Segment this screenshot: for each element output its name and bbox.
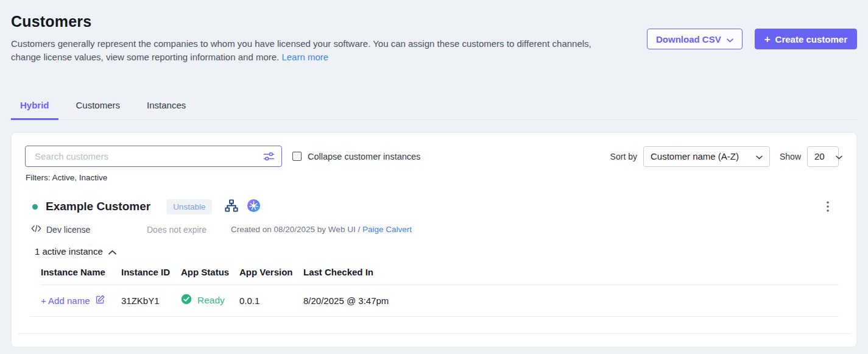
created-text: Created on 08/20/2025 by Web UI / [231, 225, 360, 234]
table-row: + Add name 31ZKbY1 [41, 285, 839, 316]
collapse-instances-toggle[interactable]: Collapse customer instances [292, 152, 420, 161]
active-filters-text: Filters: Active, Inactive [26, 173, 839, 182]
customer-header: Example Customer Unstable [32, 198, 839, 215]
license-row: Dev license Does not expire Created on 0… [31, 224, 839, 235]
tab-instances[interactable]: Instances [138, 92, 195, 120]
search-box [25, 146, 282, 167]
helm-sitemap-icon [224, 199, 239, 215]
table-row-wrap: + Add name 31ZKbY1 [30, 285, 839, 317]
instances-table-header: Instance Name Instance ID App Status App… [41, 267, 839, 285]
license-type-label: Dev license [46, 225, 90, 235]
page-title: Customers [11, 0, 857, 30]
create-customer-button[interactable]: + Create customer [755, 29, 857, 49]
tab-hybrid[interactable]: Hybrid [11, 92, 58, 120]
toolbar: Collapse customer instances Sort by Cust… [25, 146, 839, 167]
instances-summary-toggle[interactable]: 1 active instance [35, 246, 839, 257]
customer-menu-kebab-icon[interactable] [824, 200, 831, 213]
chevron-up-icon [108, 246, 116, 257]
collapse-instances-label: Collapse customer instances [308, 152, 420, 161]
tab-customers[interactable]: Customers [67, 92, 130, 120]
download-csv-label: Download CSV [656, 34, 721, 44]
create-customer-label: Create customer [775, 34, 847, 44]
code-icon [31, 224, 41, 235]
customers-page: Customers Customers generally represent … [0, 0, 868, 354]
col-last-checked-in: Last Checked In [303, 267, 839, 277]
header-actions: Download CSV + Create customer [647, 29, 857, 49]
page-description: Customers generally represent the compan… [11, 37, 595, 64]
app-status-cell: Ready [181, 294, 239, 307]
instances-summary-label: 1 active instance [35, 246, 103, 257]
edit-icon[interactable] [95, 294, 105, 306]
show-label: Show [780, 152, 801, 161]
chevron-down-icon [727, 34, 733, 44]
plus-icon: + [764, 34, 771, 44]
app-status-value: Ready [197, 295, 225, 306]
search-input[interactable] [34, 150, 263, 162]
col-app-status: App Status [181, 267, 239, 277]
col-instance-id: Instance ID [121, 267, 181, 277]
customers-card: Collapse customer instances Sort by Cust… [11, 132, 857, 347]
collapse-instances-checkbox[interactable] [292, 152, 302, 161]
license-type: Dev license [31, 224, 147, 235]
col-app-version: App Version [239, 267, 303, 277]
install-type-icons [224, 199, 261, 215]
sort-by-label: Sort by [610, 152, 637, 161]
customer-name[interactable]: Example Customer [46, 200, 150, 213]
instance-id-value: 31ZKbY1 [121, 296, 181, 306]
check-circle-icon [181, 294, 192, 307]
tab-bar: Hybrid Customers Instances [11, 92, 857, 120]
filter-sliders-icon[interactable] [263, 151, 275, 162]
show-select[interactable]: 20 [807, 146, 839, 167]
learn-more-link[interactable]: Learn more [281, 52, 328, 62]
show-value: 20 [814, 151, 825, 161]
last-checked-in-value: 8/20/2025 @ 3:47pm [303, 296, 839, 306]
download-csv-button[interactable]: Download CSV [647, 29, 743, 49]
active-status-dot-icon [32, 204, 38, 210]
created-by-link[interactable]: Paige Calvert [362, 225, 412, 234]
customer-item-divider [18, 333, 850, 334]
chevron-down-icon [756, 151, 763, 161]
kubernetes-icon [247, 199, 261, 215]
sort-by-select[interactable]: Customer name (A-Z) [643, 146, 770, 167]
created-info: Created on 08/20/2025 by Web UI / Paige … [231, 225, 412, 234]
chevron-down-icon [836, 151, 842, 161]
sort-by-value: Customer name (A-Z) [651, 151, 739, 161]
col-instance-name: Instance Name [41, 267, 121, 277]
add-name-button[interactable]: + Add name [41, 294, 121, 306]
add-name-label: + Add name [41, 296, 90, 306]
instances-table: Instance Name Instance ID App Status App… [41, 267, 839, 317]
app-version-value: 0.0.1 [239, 296, 303, 306]
license-expiry: Does not expire [147, 225, 231, 235]
channel-badge: Unstable [166, 199, 212, 214]
